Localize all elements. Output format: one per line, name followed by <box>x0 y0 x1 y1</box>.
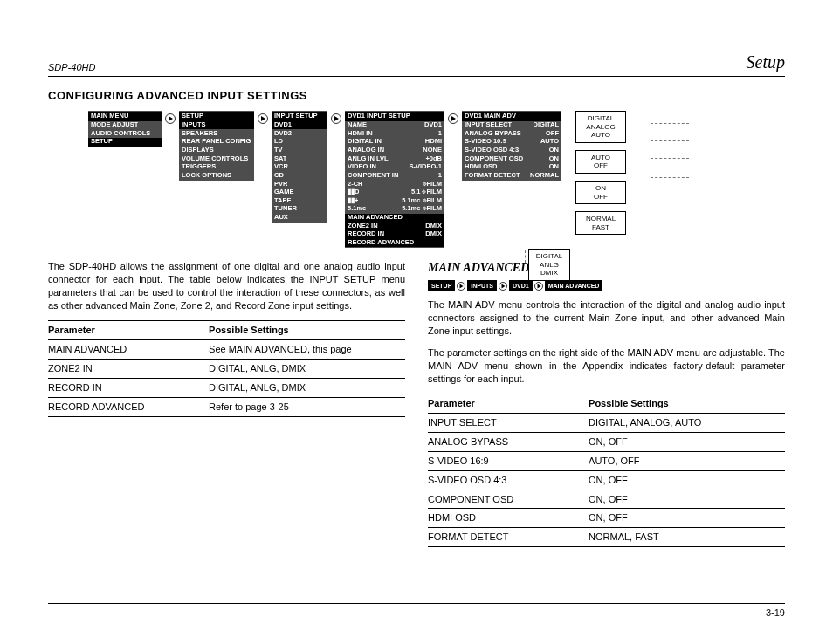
menu-item: MODE ADJUST <box>88 121 162 130</box>
page-number: 3-19 <box>766 607 785 618</box>
svg-marker-13 <box>537 284 540 288</box>
arrow-right-icon <box>258 113 268 124</box>
svg-marker-9 <box>460 284 464 288</box>
option-box-record: DIGITAL ANLG DMIX <box>528 249 570 281</box>
crumb: DVD1 <box>509 280 533 291</box>
table-row: RECORD ADVANCEDRefer to page 3-25 <box>48 397 405 416</box>
option-box-format: NORMALFAST <box>575 211 626 235</box>
menu-diagram: MAIN MENU MODE ADJUST AUDIO CONTROLS SET… <box>48 111 785 248</box>
table-row: COMPONENT OSDON, OFF <box>428 490 785 509</box>
right-table: Parameter Possible Settings INPUT SELECT… <box>428 394 785 547</box>
menu-item-active: INPUTS <box>179 121 254 130</box>
menu-input-setup: INPUT SETUP DVD1 DVD2 LD TV SAT VCR CD P… <box>272 111 327 223</box>
menu-dvd1-input: DVD1 INPUT SETUP NAMEDVD1 HDMI IN1 DIGIT… <box>345 111 444 248</box>
chevron-right-icon <box>499 282 507 291</box>
crumb: INPUTS <box>467 280 497 291</box>
right-heading: MAIN ADVANCED <box>428 260 785 277</box>
menu-dvd1-main-adv: DVD1 MAIN ADV INPUT SELECTDIGITAL ANALOG… <box>462 111 561 181</box>
left-para1: The SDP-40HD allows the assignment of on… <box>48 260 405 312</box>
menu-dvd1-input-title: DVD1 INPUT SETUP <box>345 112 444 121</box>
breadcrumb: SETUP INPUTS DVD1 MAIN ADVANCED <box>428 280 785 291</box>
menu-input-setup-title: INPUT SETUP <box>272 112 327 121</box>
right-para2: The parameter settings on the right side… <box>428 346 785 386</box>
menu-main-title: MAIN MENU <box>88 112 162 121</box>
svg-marker-1 <box>169 116 173 121</box>
table-head: Parameter Possible Settings <box>428 394 785 414</box>
menu-item-active: MAIN ADVANCED <box>345 214 444 223</box>
table-head: Parameter Possible Settings <box>48 321 405 340</box>
section-heading: CONFIGURING ADVANCED INPUT SETTINGS <box>48 89 785 102</box>
table-row: FORMAT DETECTNORMAL, FAST <box>428 528 785 547</box>
option-box-onoff: ONOFF <box>575 181 626 204</box>
table-row: RECORD INDIGITAL, ANLG, DMIX <box>48 378 405 397</box>
menu-main: MAIN MENU MODE ADJUST AUDIO CONTROLS SET… <box>88 111 162 147</box>
chevron-right-icon <box>534 282 543 291</box>
table-row: S-VIDEO OSD 4:3ON, OFF <box>428 470 785 490</box>
crumb: MAIN ADVANCED <box>545 280 603 291</box>
right-column: MAIN ADVANCED SETUP INPUTS DVD1 MAIN ADV… <box>428 260 785 547</box>
menu-setup: SETUP INPUTS SPEAKERS REAR PANEL CONFIG … <box>179 111 254 181</box>
left-column: The SDP-40HD allows the assignment of on… <box>48 260 405 417</box>
svg-marker-5 <box>334 116 339 121</box>
svg-marker-7 <box>451 116 456 121</box>
arrow-right-icon <box>165 113 176 124</box>
svg-marker-11 <box>502 284 506 288</box>
arrow-right-icon <box>331 113 341 124</box>
right-para1: The MAIN ADV menu controls the interacti… <box>428 298 785 338</box>
svg-marker-3 <box>261 116 265 121</box>
option-box-svideo169: AUTOOFF <box>575 150 626 174</box>
menu-item-active: SETUP <box>88 138 162 147</box>
table-row: INPUT SELECTDIGITAL, ANALOG, AUTO <box>428 414 785 433</box>
table-row: HDMI OSDON, OFF <box>428 509 785 528</box>
section-name: Setup <box>747 52 785 72</box>
crumb: SETUP <box>428 280 455 291</box>
arrow-right-icon <box>448 113 458 124</box>
table-row: ZONE2 INDIGITAL, ANLG, DMIX <box>48 360 405 379</box>
menu-item-active: DVD1 <box>272 121 327 130</box>
menu-dvd1-main-adv-title: DVD1 MAIN ADV <box>462 112 561 121</box>
option-boxes: DIGITALANALOGAUTO AUTOOFF ONOFF NORMALFA… <box>575 111 626 235</box>
left-table: Parameter Possible Settings MAIN ADVANCE… <box>48 320 405 416</box>
table-row: ANALOG BYPASSON, OFF <box>428 433 785 452</box>
menu-item: AUDIO CONTROLS <box>88 129 162 138</box>
menu-setup-title: SETUP <box>179 112 254 121</box>
chevron-right-icon <box>457 282 465 291</box>
table-row: MAIN ADVANCEDSee MAIN ADVANCED, this pag… <box>48 340 405 360</box>
product-name: SDP-40HD <box>48 62 95 72</box>
table-row: S-VIDEO 16:9AUTO, OFF <box>428 451 785 470</box>
page-footer: 3-19 <box>48 603 785 618</box>
body-columns: The SDP-40HD allows the assignment of on… <box>48 260 785 547</box>
running-header: SDP-40HD Setup <box>48 52 785 77</box>
option-box-input-select: DIGITALANALOGAUTO <box>575 111 626 143</box>
